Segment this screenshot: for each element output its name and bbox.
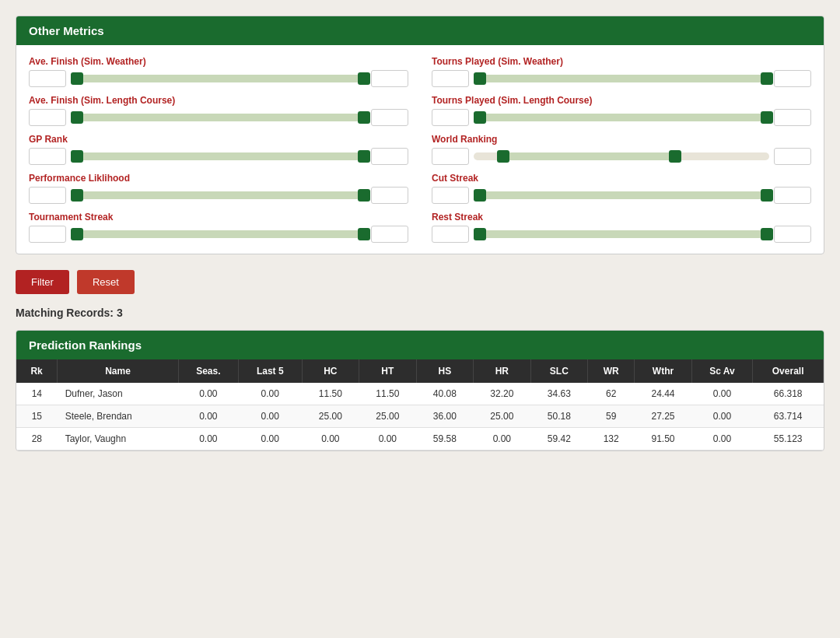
slider-min-input-9[interactable]: 0 [432,226,469,243]
table-row: 28Taylor, Vaughn0.000.000.000.0059.580.0… [16,428,824,450]
slider-right-handle-0[interactable] [358,72,370,85]
slider-row-4: 1 250 [29,148,408,165]
slider-max-input-9[interactable]: 100 [774,226,811,243]
metric-label-1: Tourns Played (Sim. Weather) [432,56,811,67]
slider-min-input-0[interactable]: 0 [29,70,66,87]
slider-row-1: 0 50 [432,70,811,87]
slider-right-handle-7[interactable] [761,189,773,202]
slider-track-5[interactable] [474,152,769,160]
slider-left-handle-6[interactable] [71,189,83,202]
slider-left-handle-0[interactable] [71,72,83,85]
slider-track-1[interactable] [474,75,769,82]
slider-track-9[interactable] [474,230,769,238]
slider-max-input-7[interactable]: 150 [774,187,811,204]
rankings-table-container: Prediction Rankings Rk Name Seas. Last 5… [16,330,824,451]
slider-left-handle-8[interactable] [71,228,83,240]
rankings-table-header: Prediction Rankings [16,331,824,359]
slider-max-input-3[interactable]: 100 [774,109,811,126]
table-row: 15Steele, Brendan0.000.0025.0025.0036.00… [16,405,824,428]
slider-right-handle-5[interactable] [669,150,681,163]
col-overall: Overall [753,359,824,383]
slider-min-input-2[interactable]: 0 [29,109,66,126]
slider-min-input-6[interactable]: 0 [29,187,66,204]
slider-right-handle-6[interactable] [358,189,370,202]
slider-left-handle-9[interactable] [474,228,486,240]
slider-left-handle-7[interactable] [474,189,486,202]
metric-label-9: Rest Streak [432,212,811,223]
cell-9: 59 [588,405,635,428]
slider-track-7[interactable] [474,191,769,199]
cell-5: 11.50 [359,383,416,405]
cell-6: 40.08 [416,383,473,405]
cell-8: 50.18 [530,405,587,428]
slider-min-input-3[interactable]: 0 [432,109,469,126]
slider-track-6[interactable] [71,191,366,199]
slider-row-6: 0 100 [29,187,408,204]
col-hc: HC [302,359,359,383]
cell-6: 36.00 [416,405,473,428]
metric-label-6: Performance Liklihood [29,173,408,184]
slider-track-2[interactable] [71,114,366,121]
slider-max-input-4[interactable]: 250 [371,148,408,165]
filter-button[interactable]: Filter [16,270,69,294]
slider-min-input-7[interactable]: 5 [432,187,469,204]
slider-min-input-4[interactable]: 1 [29,148,66,165]
cell-1: Steele, Brendan [58,405,179,428]
metric-label-0: Ave. Finish (Sim. Weather) [29,56,408,67]
slider-right-handle-3[interactable] [761,111,773,124]
cell-6: 59.58 [416,428,473,450]
slider-right-handle-4[interactable] [358,150,370,163]
slider-left-handle-5[interactable] [497,150,509,163]
metric-tourns-played-sim-weather: Tourns Played (Sim. Weather) 0 50 [432,56,811,87]
reset-button[interactable]: Reset [77,270,135,294]
slider-left-handle-4[interactable] [71,150,83,163]
slider-right-handle-1[interactable] [761,72,773,85]
cell-1: Taylor, Vaughn [58,428,179,450]
slider-max-input-0[interactable]: 220 [371,70,408,87]
cell-12: 66.318 [753,383,824,405]
slider-max-input-8[interactable]: 20 [371,226,408,243]
cell-3: 0.00 [238,405,302,428]
col-seas: Seas. [178,359,238,383]
cell-4: 11.50 [302,383,359,405]
metric-rest-streak: Rest Streak 0 100 [432,212,811,243]
col-name: Name [58,359,179,383]
slider-track-4[interactable] [71,152,366,160]
slider-right-handle-8[interactable] [358,228,370,240]
slider-max-input-6[interactable]: 100 [371,187,408,204]
cell-5: 25.00 [359,405,416,428]
slider-track-0[interactable] [71,75,366,82]
table-header-row: Rk Name Seas. Last 5 HC HT HS HR SLC WR … [16,359,824,383]
cell-12: 55.123 [753,428,824,450]
col-rk: Rk [16,359,58,383]
slider-max-input-2[interactable]: 220 [371,109,408,126]
slider-right-handle-2[interactable] [358,111,370,124]
col-last5: Last 5 [238,359,302,383]
slider-min-input-5[interactable]: 46 [432,148,469,165]
slider-right-handle-9[interactable] [761,228,773,240]
cell-0: 15 [16,405,58,428]
cell-7: 32.20 [474,383,530,405]
cell-4: 0.00 [302,428,359,450]
slider-max-input-1[interactable]: 50 [774,70,811,87]
slider-min-input-1[interactable]: 0 [432,70,469,87]
cell-4: 25.00 [302,405,359,428]
slider-left-handle-1[interactable] [474,72,486,85]
slider-row-9: 0 100 [432,226,811,243]
cell-0: 14 [16,383,58,405]
metrics-grid: Ave. Finish (Sim. Weather) 0 220 Tourns … [29,56,811,243]
cell-9: 62 [588,383,635,405]
slider-left-handle-3[interactable] [474,111,486,124]
cell-5: 0.00 [359,428,416,450]
slider-track-3[interactable] [474,114,769,121]
slider-left-handle-2[interactable] [71,111,83,124]
col-wthr: Wthr [635,359,691,383]
slider-row-0: 0 220 [29,70,408,87]
slider-min-input-8[interactable]: 0 [29,226,66,243]
cell-2: 0.00 [178,405,238,428]
cell-9: 132 [588,428,635,450]
slider-track-8[interactable] [71,230,366,238]
slider-row-5: 46 532 [432,148,811,165]
action-buttons: Filter Reset [16,270,824,294]
slider-max-input-5[interactable]: 532 [774,148,811,165]
